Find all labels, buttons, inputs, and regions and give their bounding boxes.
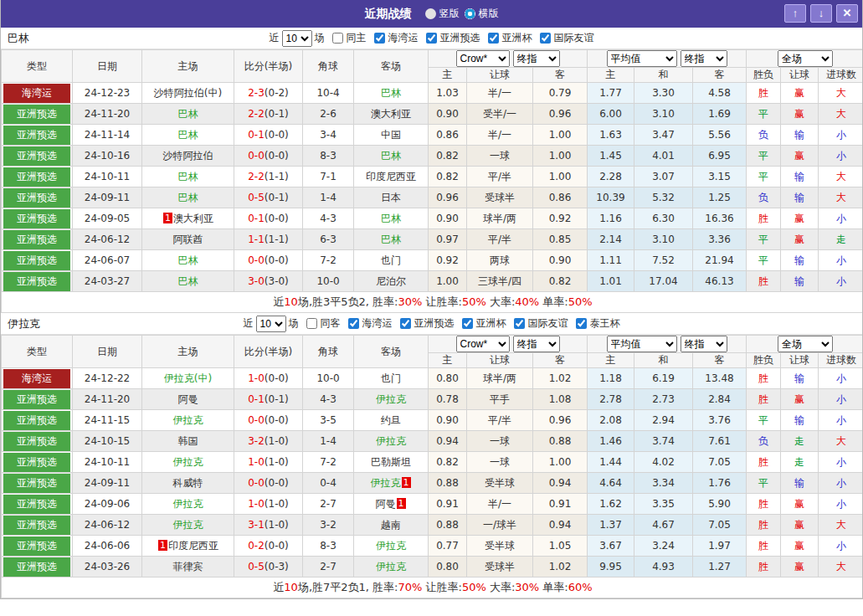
league-filter-checkbox-3[interactable] [514, 318, 525, 329]
avg-odds-2: 7.05 [693, 515, 747, 536]
match-row: 海湾运24-12-22伊拉克(中)1-0(0-0)10-0也门0.80球半/两1… [2, 368, 863, 389]
summary-row: 近10场,胜7平2负1, 胜率:70% 让胜率:50% 大率:30% 单率:60… [2, 578, 863, 598]
crow-odds-1: 平/半 [467, 410, 533, 431]
avg-odds-2: 1.69 [693, 104, 747, 125]
same-venue-checkbox[interactable] [306, 318, 317, 329]
away-team-cell: 伊拉克 [354, 431, 429, 452]
result-label: 小 [836, 414, 846, 426]
home-team-cell: 沙特阿拉伯(中) [142, 83, 234, 104]
league-filter-checkbox-2[interactable] [462, 318, 473, 329]
league-filter-checkbox-0[interactable] [348, 318, 359, 329]
final-score: 2-2 [248, 171, 265, 182]
result-label: 小 [836, 393, 846, 405]
odds-source-select[interactable]: 终指 [513, 336, 560, 352]
avg-odds-1: 3.24 [634, 536, 693, 557]
result-label: 小 [836, 456, 846, 468]
league-filter-checkbox-1[interactable] [400, 318, 411, 329]
odds-source-select[interactable]: Crow* [456, 50, 510, 67]
final-score: 0-0 [248, 414, 265, 426]
odds-source-select[interactable]: 平均值 [607, 50, 677, 67]
layout-radio-0[interactable]: 竖版 [425, 7, 460, 21]
result-cell-0: 胜 [747, 271, 781, 292]
corner-cell: 3-5 [303, 410, 354, 431]
move-up-button[interactable]: ↑ [784, 4, 806, 23]
date-cell: 24-09-11 [73, 473, 142, 494]
recent-count-select[interactable]: 10 [282, 30, 312, 47]
result-cell-1: 输 [781, 250, 819, 271]
result-label: 走 [836, 234, 846, 245]
result-label: 走 [794, 435, 804, 447]
team-label: 伊拉克 [371, 477, 401, 489]
odds-source-select[interactable]: 平均值 [607, 336, 677, 352]
subcol-header-2-0: 胜负 [747, 68, 781, 83]
odds-source-select[interactable]: 终指 [681, 50, 727, 67]
section-header-0: 巴林近10场同主海湾运亚洲预选亚洲杯国际友谊 [1, 28, 862, 49]
avg-odds-1: 4.01 [634, 146, 693, 167]
section-header-1: 伊拉克近10场同客海湾运亚洲预选亚洲杯国际友谊泰王杯 [1, 313, 862, 335]
date-cell: 24-10-11 [73, 167, 142, 187]
odds-source-select[interactable]: 全场 [778, 336, 833, 352]
odds-source-select[interactable]: 终指 [681, 336, 727, 352]
result-cell-0: 胜 [747, 208, 781, 229]
match-row: 亚洲预选24-10-11伊拉克1-0(1-0)7-2巴勒斯坦0.82一球1.00… [2, 452, 863, 473]
odds-source-select[interactable]: 全场 [778, 50, 833, 67]
odds-group-2: 全场 [747, 336, 863, 353]
crow-odds-1: 受半球 [467, 473, 533, 494]
league-filter-checkbox-3[interactable] [540, 33, 551, 44]
result-label: 平 [758, 171, 768, 182]
odds-source-select[interactable]: Crow* [456, 336, 510, 352]
crow-odds-0: 0.91 [429, 494, 467, 515]
match-row: 亚洲预选24-10-11巴林2-2(1-1)7-1印度尼西亚0.82平/半1.0… [2, 167, 863, 187]
col-header-5: 客场 [354, 336, 429, 368]
same-venue-checkbox[interactable] [332, 33, 343, 44]
crow-odds-2: 0.96 [533, 104, 588, 125]
result-cell-0: 胜 [747, 83, 781, 104]
result-cell-2: 小 [819, 494, 863, 515]
result-cell-2: 小 [819, 368, 863, 389]
result-label: 小 [836, 498, 846, 510]
league-filter-label-1: 亚洲预选 [440, 31, 480, 45]
league-filter-label-3: 国际友谊 [554, 31, 594, 45]
result-cell-1: 输 [781, 271, 819, 292]
odds-source-select[interactable]: 终指 [513, 50, 560, 67]
league-type-cell: 亚洲预选 [2, 389, 73, 410]
league-filter-checkbox-4[interactable] [576, 318, 587, 329]
summary-text: 50% [462, 295, 486, 308]
home-team-cell: 阿联酋 [142, 229, 234, 250]
result-label: 小 [836, 213, 846, 224]
away-team-cell: 阿曼1 [354, 494, 429, 515]
result-cell-0: 胜 [747, 557, 781, 578]
league-filter-checkbox-0[interactable] [374, 33, 385, 44]
result-cell-2: 大 [819, 83, 863, 104]
date-cell: 24-09-06 [73, 494, 142, 515]
result-cell-2: 大 [819, 557, 863, 578]
team-label: 日本 [381, 192, 401, 203]
result-label: 输 [794, 477, 804, 489]
crow-odds-0: 0.88 [429, 473, 467, 494]
result-cell-2: 大 [819, 187, 863, 208]
match-row: 亚洲预选24-03-26菲律宾0-5(0-3)2-7伊拉克0.80受球半1.02… [2, 557, 863, 578]
team-label: 约旦 [381, 414, 401, 426]
team-label: 尼泊尔 [376, 275, 406, 287]
crow-odds-1: 受半/一 [467, 104, 533, 125]
move-down-button[interactable]: ↓ [810, 4, 832, 23]
league-type-cell: 亚洲预选 [2, 104, 73, 125]
avg-odds-1: 3.07 [634, 167, 693, 187]
results-table-1: 类型日期主场比分(半场)角球客场Crow*终指平均值终指全场主让球客主和客胜负让… [1, 335, 863, 598]
league-filter-checkbox-2[interactable] [488, 33, 499, 44]
home-team-cell: 巴林 [142, 104, 234, 125]
team-label: 阿曼 [376, 498, 396, 510]
avg-odds-1: 7.52 [634, 250, 693, 271]
recent-count-select[interactable]: 10 [256, 316, 286, 332]
crow-odds-0: 0.88 [429, 515, 467, 536]
crow-odds-1: 受半球 [467, 536, 533, 557]
league-badge: 亚洲预选 [3, 411, 70, 430]
summary-text: 让胜率: [422, 581, 462, 593]
league-filter-checkbox-1[interactable] [426, 33, 437, 44]
layout-radio-1[interactable]: 横版 [465, 7, 499, 21]
close-button[interactable]: ✕ [836, 4, 858, 23]
league-badge: 亚洲预选 [3, 188, 70, 208]
date-cell: 24-06-06 [73, 536, 142, 557]
league-badge: 亚洲预选 [3, 126, 70, 145]
avg-odds-2: 2.84 [693, 389, 747, 410]
